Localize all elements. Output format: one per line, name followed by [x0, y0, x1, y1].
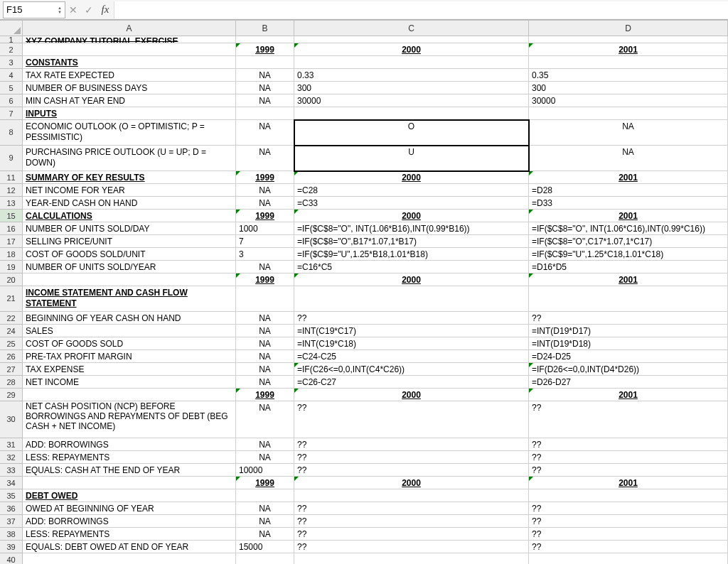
accept-icon[interactable]: ✓ — [81, 4, 97, 16]
cell-B17[interactable]: 7 — [236, 235, 294, 248]
row-header[interactable]: 16 — [0, 222, 23, 235]
cell-A2[interactable] — [23, 43, 236, 56]
row-header[interactable]: 11 — [0, 171, 23, 184]
cell-A6[interactable]: MIN CASH AT YEAR END — [23, 94, 236, 107]
cell-A30[interactable]: NET CASH POSITION (NCP) BEFORE BORROWING… — [23, 401, 236, 438]
cell-B29[interactable]: 1999 — [236, 389, 294, 401]
cell-D31[interactable]: ?? — [529, 438, 728, 451]
cell-C36[interactable]: ?? — [294, 502, 529, 515]
cell-A5[interactable]: NUMBER OF BUSINESS DAYS — [23, 82, 236, 94]
cell-A37[interactable]: ADD: BORROWINGS — [23, 515, 236, 528]
formula-input[interactable] — [114, 1, 728, 18]
cell-B3[interactable] — [236, 56, 294, 69]
cell-A21[interactable]: INCOME STATEMENT AND CASH FLOW STATEMENT — [23, 286, 236, 312]
cell-C16[interactable]: =IF($C$8="O", INT(1.06*B16),INT(0.99*B16… — [294, 222, 529, 235]
cell-B24[interactable]: NA — [236, 325, 294, 337]
cell-D20[interactable]: 2001 — [529, 273, 728, 286]
cell-C17[interactable]: =IF($C$8="O",B17*1.07,1*B17) — [294, 235, 529, 248]
col-header-B[interactable]: B — [236, 21, 294, 36]
col-header-C[interactable]: C — [294, 21, 529, 36]
cell-B25[interactable]: NA — [236, 337, 294, 350]
cell-A29[interactable] — [23, 389, 236, 401]
cell-A36[interactable]: OWED AT BEGINNING OF YEAR — [23, 502, 236, 515]
cell-C19[interactable]: =C16*C5 — [294, 261, 529, 273]
cell-B22[interactable]: NA — [236, 312, 294, 325]
cell-D3[interactable] — [529, 56, 728, 69]
cell-B33[interactable]: 10000 — [236, 464, 294, 477]
cell-B35[interactable] — [236, 489, 294, 502]
cell-A8[interactable]: ECONOMIC OUTLOOK (O = OPTIMISTIC; P = PE… — [23, 120, 236, 146]
row-header[interactable]: 30 — [0, 401, 23, 438]
cell-A34[interactable] — [23, 477, 236, 489]
row-header[interactable]: 9 — [0, 146, 23, 171]
row-header[interactable]: 8 — [0, 120, 23, 146]
row-header[interactable]: 28 — [0, 376, 23, 389]
row-header[interactable]: 31 — [0, 438, 23, 451]
cell-A25[interactable]: COST OF GOODS SOLD — [23, 337, 236, 350]
cell-A1[interactable]: XYZ COMPANY TUTORIAL EXERCISE — [23, 36, 236, 43]
cell-C26[interactable]: =C24-C25 — [294, 350, 529, 363]
cell-D38[interactable]: ?? — [529, 528, 728, 541]
cell-C35[interactable] — [294, 489, 529, 502]
cell-B39[interactable]: 15000 — [236, 541, 294, 553]
cell-C3[interactable] — [294, 56, 529, 69]
cell-A40[interactable] — [23, 553, 236, 564]
cell-B16[interactable]: 1000 — [236, 222, 294, 235]
cell-B18[interactable]: 3 — [236, 248, 294, 261]
cell-B12[interactable]: NA — [236, 184, 294, 197]
cell-D24[interactable]: =INT(D19*D17) — [529, 325, 728, 337]
row-header[interactable]: 26 — [0, 350, 23, 363]
row-header[interactable]: 37 — [0, 515, 23, 528]
cell-A35[interactable]: DEBT OWED — [23, 489, 236, 502]
cell-B9[interactable]: NA — [236, 146, 294, 171]
cell-D33[interactable]: ?? — [529, 464, 728, 477]
cell-D28[interactable]: =D26-D27 — [529, 376, 728, 389]
cell-B27[interactable]: NA — [236, 363, 294, 376]
cell-C28[interactable]: =C26-C27 — [294, 376, 529, 389]
cell-A32[interactable]: LESS: REPAYMENTS — [23, 451, 236, 464]
row-header[interactable]: 34 — [0, 477, 23, 489]
cell-C22[interactable]: ?? — [294, 312, 529, 325]
cell-B1[interactable] — [236, 36, 294, 43]
cell-D13[interactable]: =D33 — [529, 197, 728, 210]
cell-D29[interactable]: 2001 — [529, 389, 728, 401]
cell-B40[interactable] — [236, 553, 294, 564]
row-header[interactable]: 19 — [0, 261, 23, 273]
cell-D12[interactable]: =D28 — [529, 184, 728, 197]
cell-A38[interactable]: LESS: REPAYMENTS — [23, 528, 236, 541]
cell-C21[interactable] — [294, 286, 529, 312]
row-header[interactable]: 13 — [0, 197, 23, 210]
cell-C29[interactable]: 2000 — [294, 389, 529, 401]
cell-B5[interactable]: NA — [236, 82, 294, 94]
row-header[interactable]: 1 — [0, 36, 23, 43]
row-header[interactable]: 40 — [0, 553, 23, 564]
cell-B26[interactable]: NA — [236, 350, 294, 363]
row-header[interactable]: 20 — [0, 273, 23, 286]
row-header[interactable]: 39 — [0, 541, 23, 553]
cell-C13[interactable]: =C33 — [294, 197, 529, 210]
cell-D18[interactable]: =IF($C$9="U",1.25*C18,1.01*C18) — [529, 248, 728, 261]
row-header[interactable]: 35 — [0, 489, 23, 502]
cell-C15[interactable]: 2000 — [294, 210, 529, 222]
cell-D39[interactable]: ?? — [529, 541, 728, 553]
cancel-icon[interactable]: ✕ — [65, 4, 81, 16]
row-header[interactable]: 4 — [0, 69, 23, 82]
row-header[interactable]: 17 — [0, 235, 23, 248]
row-header[interactable]: 38 — [0, 528, 23, 541]
cell-D11[interactable]: 2001 — [529, 171, 728, 184]
row-header[interactable]: 5 — [0, 82, 23, 94]
cell-D36[interactable]: ?? — [529, 502, 728, 515]
cell-C12[interactable]: =C28 — [294, 184, 529, 197]
row-header[interactable]: 18 — [0, 248, 23, 261]
cell-C34[interactable]: 2000 — [294, 477, 529, 489]
cell-D17[interactable]: =IF($C$8="O",C17*1.07,1*C17) — [529, 235, 728, 248]
cell-B28[interactable]: NA — [236, 376, 294, 389]
cell-D21[interactable] — [529, 286, 728, 312]
cell-A17[interactable]: SELLING PRICE/UNIT — [23, 235, 236, 248]
cell-C9[interactable]: U — [294, 146, 529, 171]
name-box[interactable]: F15 ▲▼ — [3, 1, 65, 18]
cell-B20[interactable]: 1999 — [236, 273, 294, 286]
spreadsheet-grid[interactable]: ABCD1XYZ COMPANY TUTORIAL EXERCISE219992… — [0, 20, 728, 564]
cell-C38[interactable]: ?? — [294, 528, 529, 541]
cell-D25[interactable]: =INT(D19*D18) — [529, 337, 728, 350]
